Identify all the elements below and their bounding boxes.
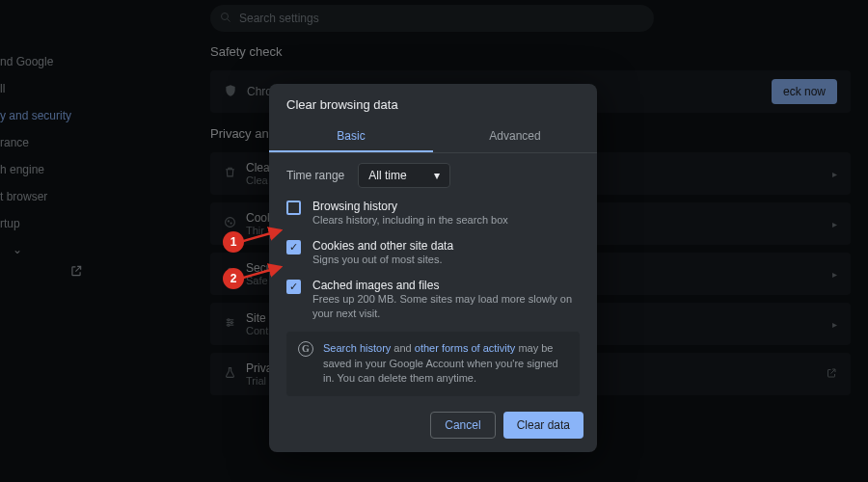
dialog-title: Clear browsing data: [269, 84, 597, 121]
annotation-badge-2: 2: [223, 268, 244, 289]
note-link-search-history[interactable]: Search history: [323, 342, 391, 354]
clear-browsing-data-dialog: Clear browsing data Basic Advanced Time …: [269, 84, 597, 452]
time-range-select[interactable]: All time ▾: [358, 163, 449, 188]
time-range-label: Time range: [286, 169, 344, 182]
note-link-other-activity[interactable]: other forms of activity: [415, 342, 516, 354]
checkbox-cookies[interactable]: ✓: [286, 240, 301, 254]
option-cached[interactable]: ✓ Cached images and files Frees up 200 M…: [286, 279, 580, 321]
dropdown-icon: ▾: [434, 169, 440, 182]
tab-basic[interactable]: Basic: [269, 121, 433, 152]
dialog-tabs: Basic Advanced: [269, 121, 597, 153]
tab-advanced[interactable]: Advanced: [433, 121, 597, 152]
google-icon: G: [298, 341, 313, 357]
option-cookies[interactable]: ✓ Cookies and other site data Signs you …: [286, 239, 580, 267]
checkbox-cached[interactable]: ✓: [286, 280, 301, 294]
cancel-button[interactable]: Cancel: [430, 412, 495, 439]
time-range-value: All time: [368, 169, 406, 182]
option-browsing-history[interactable]: Browsing history Clears history, includi…: [286, 200, 580, 228]
clear-data-button[interactable]: Clear data: [503, 412, 583, 439]
checkbox-browsing-history[interactable]: [286, 201, 301, 215]
google-account-note: G Search history and other forms of acti…: [286, 332, 580, 395]
annotation-badge-1: 1: [223, 231, 244, 253]
